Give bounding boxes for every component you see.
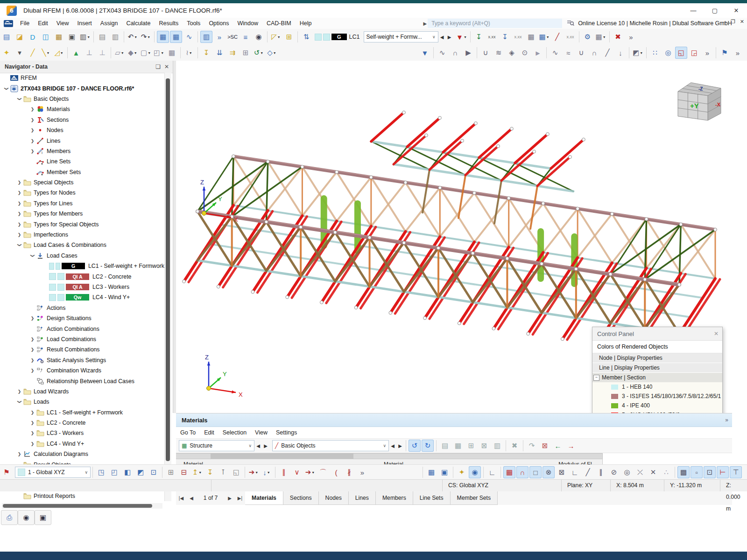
more-toolbar2a-icon[interactable]: »: [701, 47, 713, 59]
tree-expander-icon[interactable]: ❯: [16, 180, 23, 185]
new-member-support-icon[interactable]: ⊥: [96, 47, 108, 59]
tree-item-lc4-wind-y[interactable]: QwLC4 - Wind Y+: [0, 292, 164, 302]
new-object-icon[interactable]: ⊞: [283, 31, 295, 43]
divide-members-icon[interactable]: ⊟: [178, 466, 190, 478]
calculator-icon[interactable]: ▦▼: [595, 31, 607, 43]
result-values-icon[interactable]: x.xx: [512, 31, 524, 43]
tree-item-load-cases-combinations[interactable]: ❯Load Cases & Combinations: [0, 240, 164, 250]
calculation-diagram-icon[interactable]: ∿: [183, 31, 195, 43]
mdi-close-icon[interactable]: ✕: [740, 19, 744, 25]
menu-results[interactable]: Results: [155, 18, 183, 29]
table-filter-icon[interactable]: ▦: [452, 440, 464, 452]
tree-expander-icon[interactable]: ❯: [16, 232, 23, 237]
tree-expander-icon[interactable]: ❯: [16, 190, 23, 195]
menu-options[interactable]: Options: [204, 18, 233, 29]
first-page-button[interactable]: |◀: [176, 491, 186, 505]
lc-check-1[interactable]: [315, 34, 322, 41]
result-type-6-icon[interactable]: ↓: [614, 47, 627, 59]
dimension-lines-icon[interactable]: ⊢: [717, 466, 729, 478]
minimize-button[interactable]: —: [683, 3, 704, 17]
objects-next-button[interactable]: ▶: [396, 441, 404, 451]
menu-cad-bim[interactable]: CAD-BIM: [262, 18, 296, 29]
tree-item-special-objects[interactable]: ❯Special Objects: [0, 177, 164, 188]
ellipse-snap-icon[interactable]: ◎: [621, 466, 633, 478]
tree-item-lc3-workers[interactable]: QI ALC3 - Workers: [0, 282, 164, 292]
grid-snap-icon[interactable]: ▣: [438, 466, 451, 478]
load-case-combo[interactable]: Self-weight + Formw... ∨: [364, 31, 438, 42]
tree-expander-icon[interactable]: ❯: [29, 431, 36, 435]
tree-item-loads[interactable]: ❯Loads: [0, 397, 164, 407]
result-beam-icon[interactable]: ∪: [479, 47, 492, 59]
menu-assign[interactable]: Assign: [96, 18, 122, 29]
snap-target-icon[interactable]: ◎: [662, 47, 674, 59]
tree-expander-icon[interactable]: ❯: [29, 358, 36, 363]
render-solid-icon[interactable]: ▦: [525, 31, 537, 43]
support-chat-icon[interactable]: ◉: [253, 31, 265, 43]
perpendicular-snap-icon[interactable]: ∟: [569, 466, 581, 478]
objects-combo[interactable]: ╱ Basic Objects ∨: [272, 440, 389, 451]
intersection-snap-1-icon[interactable]: ⤫: [634, 466, 646, 478]
tree-item-types-for-members[interactable]: ❯Types for Members: [0, 209, 164, 219]
sync-selection-icon[interactable]: ↺: [409, 440, 421, 452]
tree-expander-icon[interactable]: ❯: [29, 441, 36, 446]
model-properties-icon[interactable]: ▦: [53, 31, 65, 43]
cartesian-axes-icon[interactable]: ∟: [486, 466, 498, 478]
result-diagram-icon[interactable]: ∿: [436, 47, 448, 59]
search-icon[interactable]: [567, 20, 574, 28]
navigator-float-icon[interactable]: ❏: [155, 63, 161, 70]
new-model-icon[interactable]: ▤: [0, 31, 13, 43]
magnet-snap-icon[interactable]: ∩: [516, 466, 529, 478]
load-values-icon[interactable]: x.xx: [486, 31, 498, 43]
design-check-icon[interactable]: ◩▼: [632, 47, 644, 59]
box-snap-icon[interactable]: ⊠: [556, 466, 568, 478]
layers-icon[interactable]: ⊡: [704, 466, 716, 478]
collapse-box-icon[interactable]: −: [593, 375, 599, 381]
new-member-load-icon[interactable]: ⇊: [213, 47, 226, 59]
filter-view-icon[interactable]: ▼: [419, 47, 431, 59]
measure-icon[interactable]: ⊺: [217, 466, 229, 478]
navigator-hscrollbar[interactable]: [2, 503, 162, 509]
tree-item-static-analysis-settings[interactable]: ❯Static Analysis Settings: [0, 355, 164, 365]
menu-window[interactable]: Window: [233, 18, 262, 29]
control-panel-row[interactable]: 4 - IPE 400: [592, 401, 722, 410]
tree-item-lc3-workers[interactable]: ❯LC3 - Workers: [0, 428, 164, 438]
last-page-button[interactable]: ▶|: [235, 491, 245, 505]
tree-item-basic-objects[interactable]: ❯Basic Objects: [0, 94, 164, 104]
work-plane-alt-icon[interactable]: ◲: [688, 47, 700, 59]
tree-expander-icon[interactable]: ❯: [16, 201, 23, 206]
display-navigator-icon[interactable]: ≡: [240, 31, 252, 43]
table-tab-materials[interactable]: Materials: [245, 491, 283, 505]
result-type-3-icon[interactable]: ∪: [575, 47, 587, 59]
next-load-case-button[interactable]: ▶: [446, 32, 453, 42]
center-snap-icon[interactable]: ⊗: [543, 466, 555, 478]
table-tab-lines[interactable]: Lines: [349, 491, 376, 505]
move-right-icon[interactable]: →: [565, 440, 577, 452]
tree-expander-icon[interactable]: ❯: [29, 316, 36, 321]
tree-item-action-combinations[interactable]: Action Combinations: [0, 323, 164, 334]
load-transfer-icon[interactable]: ⇅: [300, 31, 312, 43]
tree-item-types-for-special-objects[interactable]: ❯Types for Special Objects: [0, 219, 164, 229]
menu-tools[interactable]: Tools: [183, 18, 204, 29]
control-panel-row[interactable]: 1 - HEB 140: [592, 382, 722, 392]
new-opening-icon[interactable]: ▢▼: [140, 47, 152, 59]
result-type-2-icon[interactable]: ≈: [562, 47, 574, 59]
background-grid-icon[interactable]: ▩: [677, 466, 690, 478]
printout-report-icon[interactable]: ▥: [109, 31, 121, 43]
tree-item-nodes[interactable]: ❯Nodes: [0, 125, 164, 135]
table-panel-more-icon[interactable]: »: [725, 417, 728, 423]
animation-icon[interactable]: ▶: [462, 47, 474, 59]
tree-expander-icon[interactable]: ❯: [29, 410, 36, 415]
tree-item-materials[interactable]: ❯Materials: [0, 104, 164, 114]
print-graphic-icon[interactable]: ⎙: [1, 510, 18, 525]
prev-page-button[interactable]: ◀: [186, 491, 197, 505]
new-surface-icon[interactable]: ▱▼: [113, 47, 126, 59]
render-wave-icon[interactable]: ≋: [493, 47, 505, 59]
next-page-button[interactable]: ▶: [225, 491, 235, 505]
work-plane-xy-icon[interactable]: ◱: [675, 47, 687, 59]
tree-expander-icon[interactable]: ❯: [29, 107, 36, 112]
mdi-restore-icon[interactable]: ❐: [731, 19, 735, 25]
tree-expander-icon[interactable]: ❯: [30, 252, 35, 259]
control-panel-row[interactable]: −Member | Section: [592, 373, 722, 382]
load-case-check[interactable]: [49, 284, 56, 291]
new-printout-report-icon[interactable]: ▤: [96, 31, 108, 43]
